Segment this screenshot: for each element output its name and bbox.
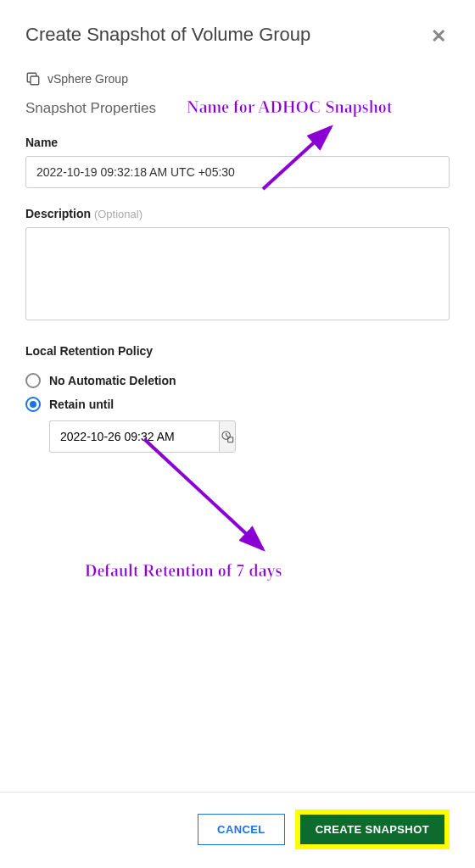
- create-button-highlight: CREATE SNAPSHOT: [295, 810, 450, 849]
- radio-retain-until[interactable]: Retain until: [25, 397, 450, 412]
- date-picker-button[interactable]: [219, 420, 236, 453]
- volume-group-icon: [25, 71, 41, 86]
- volume-group-row: vSphere Group: [25, 71, 450, 86]
- description-input[interactable]: [25, 227, 450, 320]
- retain-until-date-input[interactable]: [49, 420, 219, 453]
- dialog-footer: CANCEL CREATE SNAPSHOT: [0, 792, 475, 868]
- snapshot-properties-header: Snapshot Properties: [25, 100, 450, 117]
- name-input[interactable]: [25, 156, 450, 188]
- volume-group-name: vSphere Group: [48, 72, 128, 86]
- svg-rect-1: [31, 76, 39, 85]
- radio-icon: [25, 373, 41, 388]
- clock-calendar-icon: [221, 430, 234, 443]
- close-icon[interactable]: ✕: [428, 24, 450, 49]
- cancel-button[interactable]: CANCEL: [198, 814, 285, 845]
- radio-retain-until-label: Retain until: [49, 398, 114, 411]
- radio-icon: [25, 397, 41, 412]
- svg-rect-3: [228, 437, 233, 442]
- create-snapshot-button[interactable]: CREATE SNAPSHOT: [300, 815, 444, 844]
- dialog-title: Create Snapshot of Volume Group: [25, 24, 310, 46]
- description-label: Description (Optional): [25, 207, 450, 220]
- radio-no-deletion[interactable]: No Automatic Deletion: [25, 373, 450, 388]
- name-label: Name: [25, 136, 450, 149]
- optional-hint: (Optional): [94, 208, 142, 220]
- radio-no-deletion-label: No Automatic Deletion: [49, 374, 176, 387]
- retention-policy-label: Local Retention Policy: [25, 344, 450, 358]
